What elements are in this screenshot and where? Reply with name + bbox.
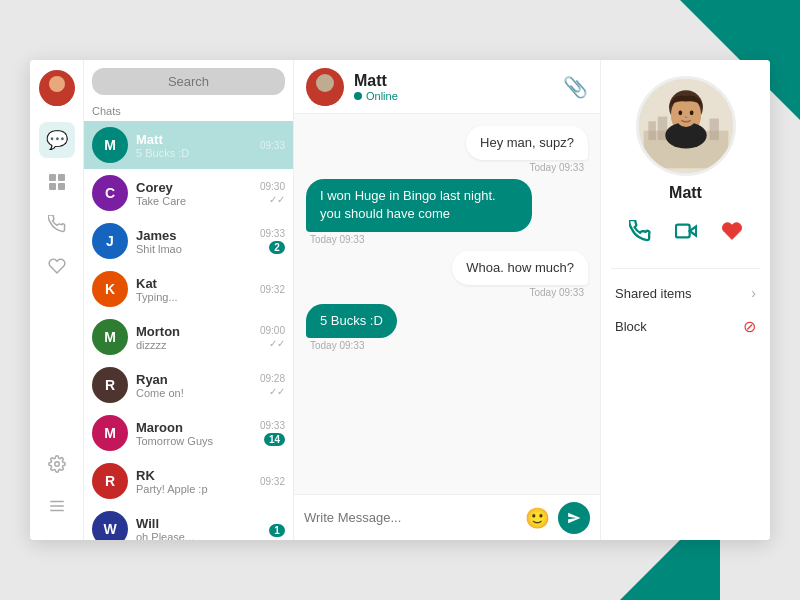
menu-nav-icon[interactable]: [39, 488, 75, 524]
svg-point-23: [689, 110, 693, 115]
contact-name: Ryan: [136, 372, 260, 387]
svg-point-21: [674, 101, 697, 127]
message-input[interactable]: [304, 510, 517, 525]
contact-info: Morton dizzzz: [136, 324, 260, 351]
contact-meta: 09:32: [260, 476, 285, 487]
contact-info: Maroon Tomorrow Guys: [136, 420, 260, 447]
contact-item[interactable]: M Matt 5 Bucks :D 09:33: [84, 121, 293, 169]
svg-rect-2: [49, 174, 56, 181]
contact-preview: Shit lmao: [136, 243, 260, 255]
contact-meta: 1: [269, 522, 285, 537]
chat-status: Online: [354, 90, 563, 102]
contact-preview: Party! Apple :p: [136, 483, 260, 495]
user-avatar[interactable]: [39, 70, 75, 106]
message-bubble: Hey man, supz?: [466, 126, 588, 160]
contact-name: Matt: [136, 132, 260, 147]
attach-icon[interactable]: 📎: [563, 75, 588, 99]
contact-info: RK Party! Apple :p: [136, 468, 260, 495]
read-checkmark: ✓✓: [269, 194, 285, 205]
contact-avatar: R: [92, 367, 128, 403]
chevron-icon: ›: [751, 285, 756, 301]
svg-rect-4: [49, 183, 56, 190]
block-label: Block: [615, 319, 647, 334]
svg-point-1: [44, 92, 70, 106]
block-menu[interactable]: Block ⊘: [611, 309, 760, 344]
favorite-button[interactable]: [715, 214, 749, 248]
svg-rect-16: [709, 118, 718, 140]
contact-item[interactable]: R RK Party! Apple :p 09:32: [84, 457, 293, 505]
profile-divider: [611, 268, 760, 269]
contact-preview: dizzzz: [136, 339, 260, 351]
phone-nav-icon[interactable]: [39, 206, 75, 242]
contact-preview: Take Care: [136, 195, 260, 207]
contact-meta: 09:33: [260, 140, 285, 151]
contact-avatar: R: [92, 463, 128, 499]
chat-panel: Matt Online 📎 Hey man, supz? Today 09:33…: [294, 60, 600, 540]
chat-messages: Hey man, supz? Today 09:33 I won Huge in…: [294, 114, 600, 494]
contact-item[interactable]: K Kat Typing... 09:32: [84, 265, 293, 313]
contact-preview: 5 Bucks :D: [136, 147, 260, 159]
contact-info: Kat Typing...: [136, 276, 260, 303]
contact-meta: 09:33 14: [260, 420, 285, 446]
call-button[interactable]: [623, 214, 657, 248]
message-row: 5 Bucks :D Today 09:33: [306, 304, 588, 351]
contact-item[interactable]: J James Shit lmao 09:33 2: [84, 217, 293, 265]
contact-avatar: W: [92, 511, 128, 540]
contact-time: 09:33: [260, 420, 285, 431]
contact-time: 09:33: [260, 228, 285, 239]
contact-avatar: C: [92, 175, 128, 211]
contact-name: Morton: [136, 324, 260, 339]
contacts-nav-icon[interactable]: [39, 164, 75, 200]
video-call-button[interactable]: [669, 214, 703, 248]
contact-time: 09:32: [260, 476, 285, 487]
send-button[interactable]: [558, 502, 590, 534]
block-icon: ⊘: [743, 317, 756, 336]
shared-items-label: Shared items: [615, 286, 692, 301]
contact-info: Will oh Please...: [136, 516, 269, 541]
contact-item[interactable]: C Corey Take Care 09:30 ✓✓: [84, 169, 293, 217]
contact-item[interactable]: M Morton dizzzz 09:00 ✓✓: [84, 313, 293, 361]
profile-panel: Matt Shared items › Block ⊘: [600, 60, 770, 540]
favorites-nav-icon[interactable]: [39, 248, 75, 284]
contact-name: RK: [136, 468, 260, 483]
contact-item[interactable]: R Ryan Come on! 09:28 ✓✓: [84, 361, 293, 409]
contact-time: 09:30: [260, 181, 285, 192]
chat-nav-icon[interactable]: 💬: [39, 122, 75, 158]
contact-info: Ryan Come on!: [136, 372, 260, 399]
shared-items-menu[interactable]: Shared items ›: [611, 277, 760, 309]
contact-time: 09:28: [260, 373, 285, 384]
contact-item[interactable]: W Will oh Please... 1: [84, 505, 293, 540]
unread-badge: 2: [269, 241, 285, 254]
contact-meta: 09:00 ✓✓: [260, 325, 285, 349]
nav-bar: 💬: [30, 60, 84, 540]
contact-meta: 09:32: [260, 284, 285, 295]
contact-avatar: K: [92, 271, 128, 307]
contact-time: 09:00: [260, 325, 285, 336]
contact-item[interactable]: M Maroon Tomorrow Guys 09:33 14: [84, 409, 293, 457]
message-row: I won Huge in Bingo last night. you shou…: [306, 179, 588, 244]
search-input[interactable]: [92, 68, 285, 95]
contact-avatar: J: [92, 223, 128, 259]
contact-meta: 09:30 ✓✓: [260, 181, 285, 205]
contact-time: 09:32: [260, 284, 285, 295]
profile-photo: [636, 76, 736, 176]
message-bubble: I won Huge in Bingo last night. you shou…: [306, 179, 532, 231]
app-container: 💬 Chats M Matt 5 Bucks :D 09:33: [30, 60, 770, 540]
svg-point-22: [678, 110, 682, 115]
contact-meta: 09:33 2: [260, 228, 285, 254]
message-row: Whoa. how much? Today 09:33: [306, 251, 588, 298]
chat-input-area: 🙂: [294, 494, 600, 540]
read-checkmark: ✓✓: [269, 338, 285, 349]
contact-info: Matt 5 Bucks :D: [136, 132, 260, 159]
message-bubble: 5 Bucks :D: [306, 304, 397, 338]
settings-nav-icon[interactable]: [39, 446, 75, 482]
emoji-button[interactable]: 🙂: [525, 506, 550, 530]
contact-avatar: M: [92, 127, 128, 163]
chat-header-info: Matt Online: [354, 72, 563, 102]
svg-rect-14: [648, 121, 656, 140]
chats-label: Chats: [84, 103, 293, 121]
svg-rect-3: [58, 174, 65, 181]
chat-header-avatar: [306, 68, 344, 106]
contact-name: James: [136, 228, 260, 243]
svg-point-10: [316, 74, 334, 92]
